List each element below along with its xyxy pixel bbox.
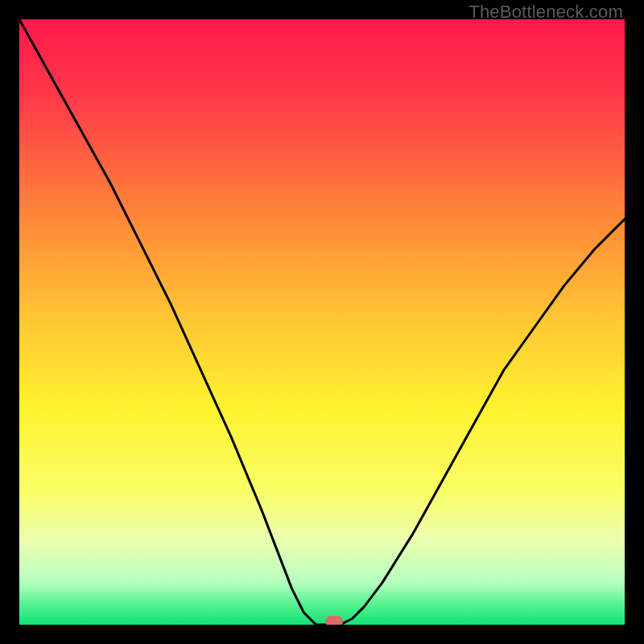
gradient-background: [19, 19, 625, 625]
plot-area: [19, 19, 625, 625]
svg-rect-0: [19, 19, 625, 625]
watermark-text: TheBottleneck.com: [469, 2, 623, 23]
minimum-marker: [325, 616, 343, 625]
chart-frame: TheBottleneck.com: [0, 0, 644, 644]
